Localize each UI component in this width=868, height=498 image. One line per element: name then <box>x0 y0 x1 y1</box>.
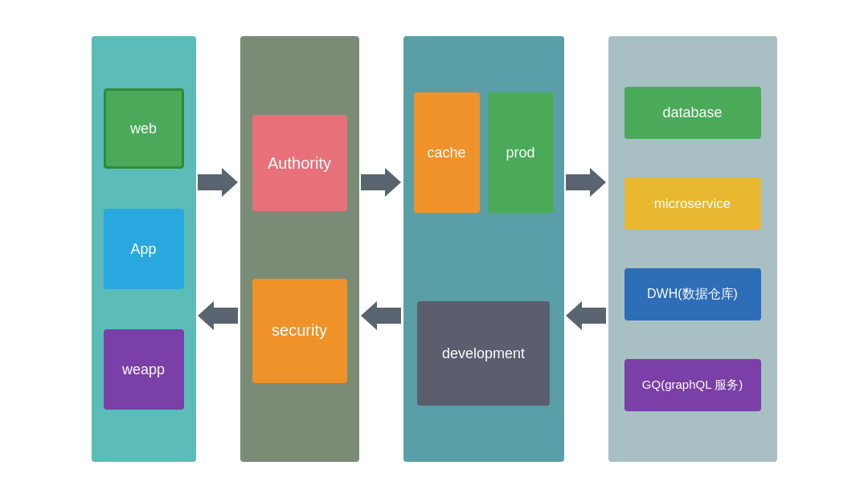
weapp-box: weapp <box>104 329 184 410</box>
prod-box: prod <box>488 92 554 213</box>
arrow-left-1 <box>198 301 238 330</box>
security-box: security <box>252 279 347 383</box>
arrow-right-2 <box>361 168 401 197</box>
app-label: App <box>130 241 156 258</box>
svg-marker-5 <box>566 301 606 330</box>
arrow-col-1 <box>196 36 240 462</box>
cache-label: cache <box>427 145 465 161</box>
arrow-col-3 <box>564 36 608 462</box>
gq-label: GQ(graphQL 服务) <box>642 378 743 393</box>
web-box: web <box>104 88 184 169</box>
arrow-left-2 <box>361 301 401 330</box>
col-envs: cache prod development <box>403 36 564 462</box>
arrow-left-3 <box>566 301 606 330</box>
diagram: web App weapp Authority security <box>0 0 868 498</box>
microservice-box: microservice <box>624 178 761 230</box>
development-label: development <box>442 345 525 362</box>
svg-marker-2 <box>361 168 401 197</box>
svg-marker-4 <box>566 168 606 197</box>
svg-marker-3 <box>361 301 401 330</box>
app-box: App <box>104 209 184 289</box>
security-label: security <box>272 321 327 340</box>
cache-box: cache <box>414 92 480 213</box>
env-top-row: cache prod <box>414 92 554 213</box>
database-box: database <box>624 87 761 139</box>
database-label: database <box>662 104 722 121</box>
arrow-right-1 <box>198 168 238 197</box>
svg-marker-1 <box>198 301 238 330</box>
gq-box: GQ(graphQL 服务) <box>624 359 761 411</box>
dwh-box: DWH(数据仓库) <box>624 268 761 320</box>
dwh-label: DWH(数据仓库) <box>647 286 738 303</box>
svg-marker-0 <box>198 168 238 197</box>
col-authority: Authority security <box>240 36 359 462</box>
authority-box: Authority <box>252 115 347 211</box>
prod-label: prod <box>506 145 534 161</box>
col-services: database microservice DWH(数据仓库) GQ(graph… <box>608 36 777 462</box>
web-label: web <box>130 120 157 137</box>
microservice-label: microservice <box>654 196 731 212</box>
development-box: development <box>417 301 550 406</box>
weapp-label: weapp <box>122 361 165 378</box>
authority-label: Authority <box>268 154 331 173</box>
arrow-right-3 <box>566 168 606 197</box>
col-clients: web App weapp <box>92 36 196 462</box>
arrow-col-2 <box>359 36 403 462</box>
